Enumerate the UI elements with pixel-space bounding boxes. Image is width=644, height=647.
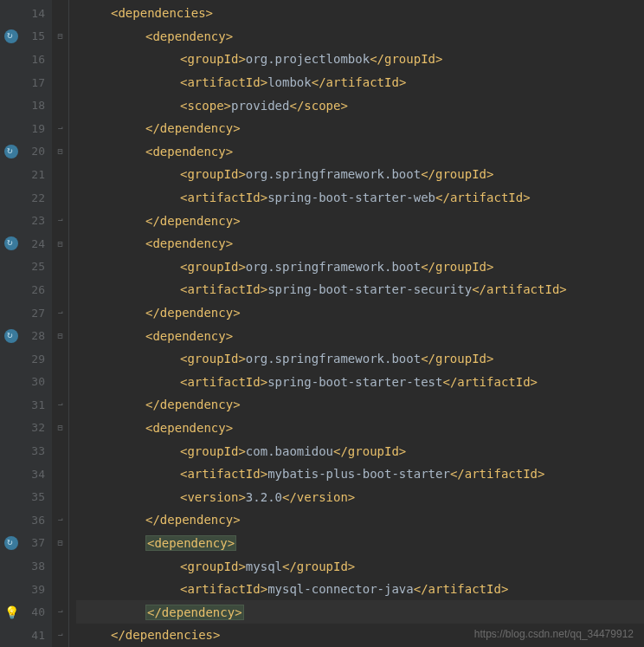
- fold-row[interactable]: [52, 2, 68, 25]
- fold-row[interactable]: [52, 485, 68, 508]
- code-line[interactable]: <dependency>: [76, 417, 644, 440]
- code-line[interactable]: <groupId>com.baomidou</groupId>: [76, 439, 644, 463]
- fold-row[interactable]: [52, 256, 68, 279]
- gutter-row[interactable]: 33: [0, 439, 52, 463]
- code-line[interactable]: <dependency>: [76, 324, 644, 347]
- code-line[interactable]: </dependency>: [76, 600, 644, 624]
- code-line[interactable]: </dependency>: [76, 393, 644, 417]
- fold-row[interactable]: ⌐: [52, 393, 68, 417]
- code-line[interactable]: <dependency>: [76, 532, 644, 555]
- code-editor[interactable]: 1415161718192021222324252627282930313233…: [0, 0, 644, 647]
- code-line[interactable]: </dependency>: [76, 508, 644, 532]
- gutter-row[interactable]: 35: [0, 485, 52, 508]
- fold-row[interactable]: ⌐: [52, 117, 68, 140]
- gutter-row[interactable]: 21: [0, 163, 52, 186]
- fold-row[interactable]: ⌐: [52, 301, 68, 325]
- code-line[interactable]: <dependency>: [76, 140, 644, 164]
- code-line[interactable]: </dependency>: [76, 117, 644, 140]
- fold-open-icon[interactable]: ⊟: [56, 424, 64, 431]
- code-line[interactable]: <dependency>: [76, 232, 644, 256]
- gutter-row[interactable]: 26: [0, 278, 52, 301]
- gutter-row[interactable]: 34: [0, 463, 52, 486]
- gutter-row[interactable]: 24: [0, 232, 52, 256]
- fold-row[interactable]: [52, 186, 68, 210]
- fold-row[interactable]: [52, 94, 68, 117]
- code-line[interactable]: <groupId>org.springframework.boot</group…: [76, 347, 644, 371]
- gutter-row[interactable]: 16: [0, 48, 52, 71]
- fold-row[interactable]: [52, 371, 68, 394]
- fold-open-icon[interactable]: ⊟: [56, 147, 64, 155]
- code-line[interactable]: <scope>provided</scope>: [76, 94, 644, 117]
- gutter-row[interactable]: 17: [0, 71, 52, 94]
- gutter-row[interactable]: 29: [0, 347, 52, 371]
- fold-row[interactable]: ⊟: [52, 532, 68, 555]
- code-area[interactable]: <dependencies><dependency><groupId>org.p…: [69, 0, 644, 647]
- code-line[interactable]: </dependency>: [76, 209, 644, 232]
- code-line[interactable]: </dependency>: [76, 301, 644, 325]
- gutter-row[interactable]: 18: [0, 94, 52, 117]
- gutter-row[interactable]: 19: [0, 117, 52, 140]
- fold-row[interactable]: [52, 278, 68, 301]
- fold-column[interactable]: ⊟⌐⊟⌐⊟⌐⊟⌐⊟⌐⊟⌐⌐: [52, 0, 69, 647]
- fold-row[interactable]: [52, 463, 68, 486]
- fold-row[interactable]: ⌐: [52, 600, 68, 624]
- gutter-row[interactable]: 32: [0, 417, 52, 440]
- code-line[interactable]: <dependencies>: [76, 2, 644, 25]
- code-line[interactable]: <artifactId>spring-boot-starter-web</art…: [76, 186, 644, 210]
- code-line[interactable]: <groupId>org.springframework.boot</group…: [76, 163, 644, 186]
- gutter-row[interactable]: 22: [0, 186, 52, 210]
- fold-row[interactable]: ⊟: [52, 140, 68, 164]
- code-line[interactable]: <dependency>: [76, 25, 644, 49]
- refresh-icon[interactable]: [3, 29, 19, 44]
- code-line[interactable]: <artifactId>mybatis-plus-boot-starter</a…: [76, 463, 644, 486]
- fold-open-icon[interactable]: ⊟: [56, 539, 64, 547]
- code-line[interactable]: <artifactId>spring-boot-starter-security…: [76, 278, 644, 301]
- fold-open-icon[interactable]: ⊟: [56, 332, 64, 340]
- code-line[interactable]: <groupId>org.projectlombok</groupId>: [76, 48, 644, 71]
- fold-row[interactable]: [52, 71, 68, 94]
- gutter-row[interactable]: 31: [0, 393, 52, 417]
- fold-open-icon[interactable]: ⊟: [56, 240, 64, 248]
- fold-row[interactable]: [52, 439, 68, 463]
- fold-row[interactable]: [52, 578, 68, 601]
- refresh-icon[interactable]: [3, 236, 19, 251]
- line-number: 35: [31, 490, 45, 503]
- gutter-row[interactable]: 41: [0, 624, 52, 647]
- gutter-row[interactable]: 37: [0, 532, 52, 555]
- fold-row[interactable]: ⊟: [52, 232, 68, 256]
- gutter-row[interactable]: 28: [0, 324, 52, 347]
- gutter-row[interactable]: 36: [0, 508, 52, 532]
- fold-row[interactable]: ⌐: [52, 508, 68, 532]
- code-line[interactable]: <groupId>org.springframework.boot</group…: [76, 256, 644, 279]
- fold-row[interactable]: [52, 347, 68, 371]
- fold-row[interactable]: [52, 554, 68, 578]
- fold-row[interactable]: ⊟: [52, 417, 68, 440]
- gutter-row[interactable]: 14: [0, 2, 52, 25]
- gutter-row[interactable]: 23: [0, 209, 52, 232]
- refresh-icon[interactable]: [3, 144, 19, 159]
- fold-row[interactable]: [52, 48, 68, 71]
- gutter-row[interactable]: 15: [0, 25, 52, 49]
- gutter-row[interactable]: 39: [0, 578, 52, 601]
- gutter-row[interactable]: 20: [0, 140, 52, 164]
- fold-open-icon[interactable]: ⊟: [56, 32, 64, 40]
- gutter-row[interactable]: 30: [0, 371, 52, 394]
- refresh-icon[interactable]: [3, 535, 19, 551]
- fold-row[interactable]: [52, 163, 68, 186]
- refresh-icon[interactable]: [3, 328, 19, 344]
- code-line[interactable]: <version>3.2.0</version>: [76, 485, 644, 508]
- bulb-icon[interactable]: 💡: [3, 605, 19, 620]
- gutter-row[interactable]: 27: [0, 301, 52, 325]
- gutter-row[interactable]: 25: [0, 256, 52, 279]
- code-line[interactable]: <groupId>mysql</groupId>: [76, 554, 644, 578]
- fold-row[interactable]: ⌐: [52, 209, 68, 232]
- code-line[interactable]: <artifactId>lombok</artifactId>: [76, 71, 644, 94]
- gutter-row[interactable]: 💡40: [0, 600, 52, 624]
- code-line[interactable]: <artifactId>spring-boot-starter-test</ar…: [76, 371, 644, 394]
- gutter-row[interactable]: 38: [0, 554, 52, 578]
- fold-row[interactable]: ⌐: [52, 624, 68, 647]
- line-number: 19: [31, 122, 45, 135]
- fold-row[interactable]: ⊟: [52, 25, 68, 49]
- code-line[interactable]: <artifactId>mysql-connector-java</artifa…: [76, 578, 644, 601]
- fold-row[interactable]: ⊟: [52, 324, 68, 347]
